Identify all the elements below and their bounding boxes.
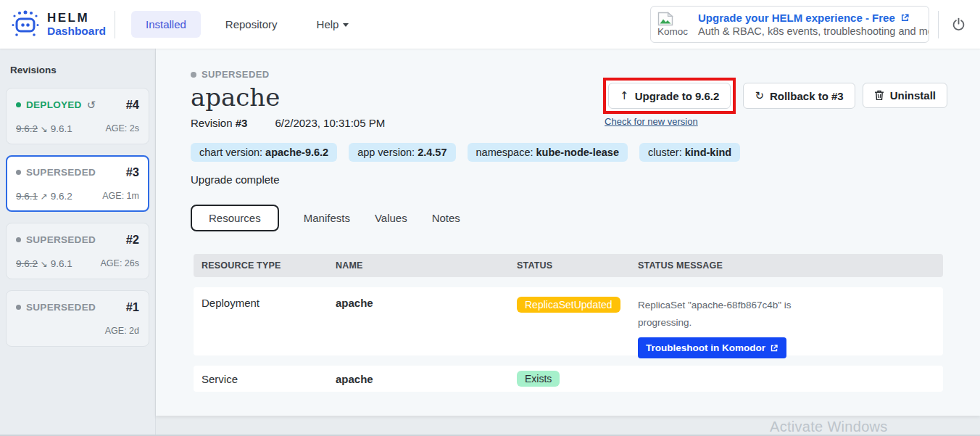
status-message: ReplicaSet "apache-68fb867c4b" is progre…	[638, 297, 794, 331]
status-dot	[16, 305, 21, 310]
release-detail-panel: SUPERSEDED apache Revision #3 6/2/2023, …	[156, 49, 980, 416]
status-dot	[16, 237, 21, 242]
arrow-down-right-icon: ↘	[41, 259, 48, 269]
arrow-down-right-icon: ↘	[41, 124, 48, 134]
revision-number: #2	[126, 233, 139, 247]
tab-resources[interactable]: Resources	[191, 205, 279, 231]
status-badge: ReplicaSetUpdated	[517, 297, 620, 313]
logo-title: HELM	[47, 12, 106, 25]
col-status: STATUS	[517, 260, 638, 271]
app-logo[interactable]: HELM Dashboard	[10, 9, 106, 40]
komodor-alt-text: Komoc	[657, 26, 689, 37]
col-name: NAME	[336, 260, 517, 271]
revision-versions: 9.6.2 ↘ 9.6.1	[16, 258, 72, 270]
resources-table: RESOURCE TYPE NAME STATUS STATUS MESSAGE…	[194, 254, 943, 392]
tab-notes[interactable]: Notes	[432, 212, 460, 224]
release-meta-badges: chart version: apache-9.6.2 app version:…	[191, 143, 947, 162]
troubleshoot-komodor-button[interactable]: Troubleshoot in Komodor	[638, 337, 786, 358]
activate-windows-watermark: Activate Windows	[770, 419, 888, 435]
helm-logo-icon	[10, 9, 41, 40]
banner-subtitle: Auth & RBAC, k8s events, troubleshooting…	[698, 25, 929, 37]
nav-help[interactable]: Help	[302, 11, 364, 38]
revision-number: #4	[126, 98, 139, 112]
revision-versions: 9.6.1 ↗ 9.6.2	[16, 191, 72, 202]
nav-repository[interactable]: Repository	[211, 11, 292, 38]
revision-card-4[interactable]: DEPLOYED ↺ #4 9.6.2 ↘ 9.6.1 AGE: 2s	[6, 88, 149, 144]
status-dot	[191, 72, 196, 78]
main-nav: Installed Repository Help	[131, 11, 363, 38]
tab-values[interactable]: Values	[375, 212, 407, 224]
status-dot	[16, 102, 21, 107]
uninstall-button[interactable]: Uninstall	[863, 83, 947, 108]
revision-label: Revision #3	[191, 117, 247, 129]
revision-card-1[interactable]: SUPERSEDED #1 AGE: 2d	[6, 290, 149, 347]
banner-title[interactable]: Upgrade your HELM experience - Free	[698, 12, 895, 24]
tab-manifests[interactable]: Manifests	[304, 212, 350, 224]
release-date: 6/2/2023, 10:31:05 PM	[275, 117, 385, 129]
rollback-icon: ↻	[755, 89, 764, 102]
revision-age: AGE: 2d	[105, 326, 139, 337]
nav-installed[interactable]: Installed	[131, 11, 201, 38]
revision-age: AGE: 26s	[101, 258, 140, 270]
revision-age: AGE: 1m	[102, 191, 139, 202]
release-description: Upgrade complete	[191, 173, 947, 186]
detail-tabs: Resources Manifests Values Notes	[191, 205, 947, 231]
revision-status: SUPERSEDED	[26, 302, 96, 313]
arrow-up-icon: ↑	[620, 89, 629, 102]
resource-type: Deployment	[202, 297, 336, 309]
revision-age: AGE: 2s	[105, 123, 139, 135]
namespace-badge: namespace: kube-node-lease	[468, 143, 628, 162]
trash-icon	[874, 90, 884, 101]
resource-name: apache	[336, 297, 517, 309]
chart-version-badge: chart version: apache-9.6.2	[191, 143, 337, 162]
revision-card-2[interactable]: SUPERSEDED #2 9.6.2 ↘ 9.6.1 AGE: 26s	[6, 223, 149, 279]
revision-number: #3	[126, 165, 139, 179]
revisions-sidebar: Revisions DEPLOYED ↺ #4 9.6.2 ↘ 9.6.1 AG…	[0, 49, 156, 436]
komodor-upgrade-banner[interactable]: Komoc Upgrade your HELM experience - Fre…	[650, 6, 929, 43]
komodor-logo: Komoc	[657, 12, 689, 37]
revision-versions: 9.6.2 ↘ 9.6.1	[16, 123, 72, 135]
cluster-badge: cluster: kind-kind	[639, 143, 740, 162]
broken-image-icon	[657, 12, 673, 26]
col-resource-type: RESOURCE TYPE	[202, 260, 336, 271]
revision-status: SUPERSEDED	[26, 167, 96, 178]
external-link-icon	[900, 13, 910, 22]
status-badge: Exists	[517, 371, 560, 387]
table-row: Deployment apache ReplicaSetUpdated Repl…	[194, 287, 943, 355]
rollback-button[interactable]: ↻ Rollback to #3	[743, 83, 855, 109]
upgrade-button[interactable]: ↑ Upgrade to 9.6.2	[608, 83, 731, 109]
power-button[interactable]	[947, 13, 970, 36]
nav-help-label: Help	[317, 18, 339, 30]
power-icon	[952, 17, 966, 31]
logo-subtitle: Dashboard	[47, 25, 106, 37]
revision-number: #1	[126, 300, 139, 314]
revision-status: DEPLOYED	[26, 99, 82, 110]
table-header-row: RESOURCE TYPE NAME STATUS STATUS MESSAGE	[194, 254, 943, 277]
chevron-down-icon	[343, 23, 349, 27]
status-dot	[16, 170, 21, 175]
annotation-red-box: ↑ Upgrade to 9.6.2	[603, 78, 736, 114]
header-divider	[115, 11, 115, 38]
top-header: HELM Dashboard Installed Repository Help…	[0, 0, 980, 49]
sidebar-title: Revisions	[10, 65, 149, 75]
resource-type: Service	[202, 373, 336, 385]
table-row: Service apache Exists	[194, 366, 943, 392]
revision-status: SUPERSEDED	[26, 234, 96, 245]
external-link-icon	[770, 344, 778, 353]
arrow-up-right-icon: ↗	[41, 192, 48, 202]
release-actions: ↑ Upgrade to 9.6.2 Check for new version…	[603, 78, 947, 127]
header-divider-2	[938, 11, 939, 38]
reload-icon[interactable]: ↺	[87, 99, 96, 112]
check-new-version-link[interactable]: Check for new version	[605, 116, 698, 127]
resource-name: apache	[336, 373, 517, 385]
col-status-message: STATUS MESSAGE	[638, 260, 943, 271]
revision-card-3[interactable]: SUPERSEDED #3 9.6.1 ↗ 9.6.2 AGE: 1m	[6, 155, 149, 212]
app-version-badge: app version: 2.4.57	[349, 143, 455, 162]
